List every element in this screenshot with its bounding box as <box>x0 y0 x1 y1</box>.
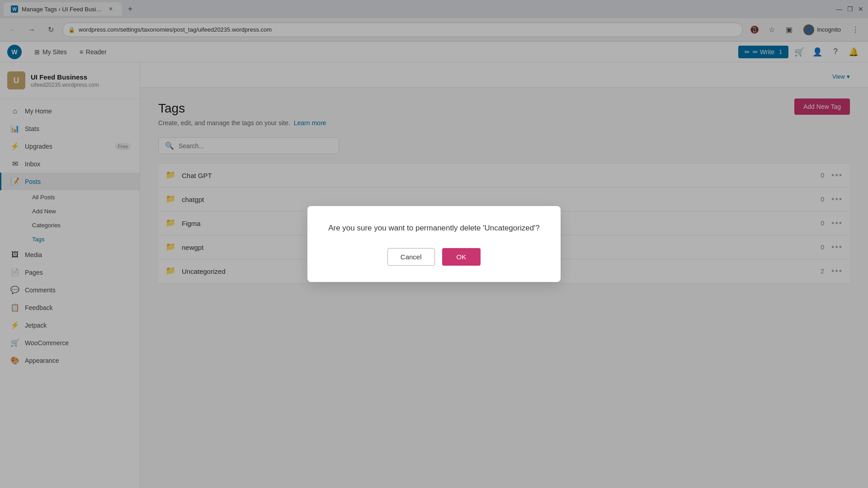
cancel-button[interactable]: Cancel <box>387 248 435 266</box>
confirm-dialog: Are you sure you want to permanently del… <box>307 206 561 282</box>
dialog-buttons: Cancel OK <box>326 248 542 266</box>
ok-button[interactable]: OK <box>442 248 481 266</box>
dialog-message: Are you sure you want to permanently del… <box>326 222 542 234</box>
modal-overlay: Are you sure you want to permanently del… <box>0 0 868 488</box>
